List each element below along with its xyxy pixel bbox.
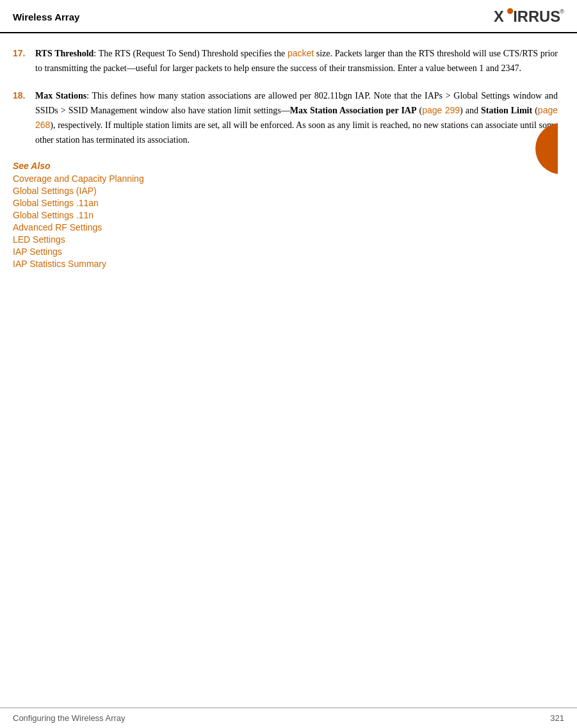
item-label-17: RTS Threshold [35, 49, 93, 58]
footer-left-text: Configuring the Wireless Array [13, 713, 126, 723]
logo-container: X IRRUS ® [494, 6, 564, 27]
see-also-link-led[interactable]: LED Settings [13, 234, 65, 245]
list-item-17: 17. RTS Threshold: The RTS (Request To S… [13, 46, 558, 76]
list-item: Global Settings .11n [13, 210, 558, 221]
list-item: IAP Statistics Summary [13, 259, 558, 270]
main-content: 17. RTS Threshold: The RTS (Request To S… [0, 33, 577, 295]
page-299-link[interactable]: page 299 [422, 105, 460, 115]
see-also-links: Coverage and Capacity Planning Global Se… [13, 174, 558, 270]
svg-point-1 [507, 8, 513, 14]
list-item-18: 18. Max Stations: This defines how many … [13, 88, 558, 147]
see-also-title: See Also [13, 161, 558, 171]
list-item: Global Settings (IAP) [13, 186, 558, 197]
see-also-link-advanced-rf[interactable]: Advanced RF Settings [13, 222, 102, 232]
list-item: Advanced RF Settings [13, 222, 558, 233]
see-also-link-iap-settings[interactable]: IAP Settings [13, 247, 62, 257]
page-footer: Configuring the Wireless Array 321 [0, 708, 577, 728]
svg-text:®: ® [560, 8, 564, 15]
item-content-18: Max Stations: This defines how many stat… [35, 88, 558, 147]
item-label-18: Max Stations [35, 91, 86, 101]
item-number-17: 17. [13, 46, 35, 76]
see-also-link-coverage[interactable]: Coverage and Capacity Planning [13, 174, 144, 184]
station-limit-label: Station Limit [481, 106, 532, 115]
list-item: LED Settings [13, 234, 558, 245]
list-item: Coverage and Capacity Planning [13, 174, 558, 184]
max-station-association-label: Max Station Association per IAP [290, 106, 417, 115]
page-header: Wireless Array X IRRUS ® [0, 0, 577, 33]
xirrus-logo: X IRRUS ® [494, 6, 564, 27]
packet-link[interactable]: packet [288, 48, 314, 58]
content-wrapper: 17. RTS Threshold: The RTS (Request To S… [13, 46, 558, 282]
item-content-17: RTS Threshold: The RTS (Request To Send)… [35, 46, 558, 76]
item-number-18: 18. [13, 88, 35, 147]
header-title: Wireless Array [13, 12, 79, 22]
list-item: IAP Settings [13, 247, 558, 257]
see-also-link-global-iap[interactable]: Global Settings (IAP) [13, 186, 97, 196]
svg-text:X: X [494, 8, 504, 25]
see-also-section: See Also Coverage and Capacity Planning … [13, 161, 558, 270]
see-also-link-global-11an[interactable]: Global Settings .11an [13, 198, 99, 208]
svg-text:IRRUS: IRRUS [513, 8, 560, 25]
see-also-link-global-11n[interactable]: Global Settings .11n [13, 210, 93, 220]
footer-page-number: 321 [550, 713, 564, 723]
see-also-link-iap-stats[interactable]: IAP Statistics Summary [13, 259, 106, 269]
list-item: Global Settings .11an [13, 198, 558, 209]
